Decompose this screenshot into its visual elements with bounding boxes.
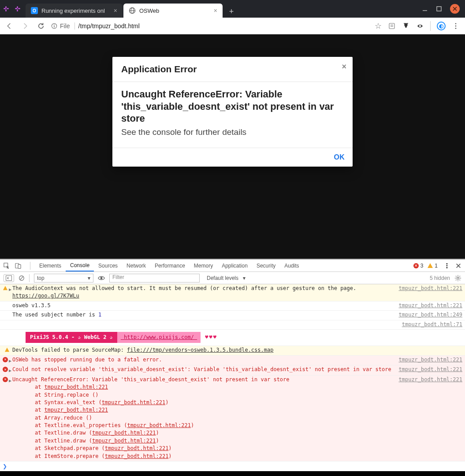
maximize-icon[interactable] (436, 6, 442, 12)
stack-link[interactable]: tmpuzr_bodt.html:221 (45, 384, 108, 390)
dialog-heading: Uncaught ReferenceError: Variable 'this_… (121, 88, 344, 125)
extension-icon[interactable] (416, 22, 424, 30)
svg-rect-12 (437, 7, 441, 11)
console-row: PixiJS 5.0.4 - ✰ WebGL 2 ✰ http://www.pi… (0, 330, 465, 346)
svg-line-43 (460, 276, 461, 277)
reader-icon[interactable] (388, 22, 396, 30)
console-prompt[interactable]: ❯ (0, 461, 465, 471)
stack-link[interactable]: tmpuzr_bodt.html:221 (127, 422, 191, 428)
onepassword-icon[interactable]: ◐ (437, 22, 446, 30)
link[interactable]: file:///tmp/vendors~osweb.1.3.5.bundle.c… (127, 347, 273, 353)
minimize-icon[interactable] (422, 6, 428, 12)
levels-value: Default levels (207, 275, 238, 281)
svg-rect-5 (18, 8, 20, 9)
warning-count: 1 (435, 263, 438, 269)
context-value: top (37, 275, 45, 281)
close-icon[interactable]: × (114, 7, 117, 14)
app-icon-slack-1[interactable] (3, 5, 10, 12)
console-row: DevTools failed to parse SourceMap: file… (0, 346, 465, 355)
panel-tab-console[interactable]: Console (66, 260, 94, 271)
close-icon[interactable]: × (214, 7, 217, 14)
clear-console-icon[interactable] (19, 275, 25, 281)
svg-point-29 (446, 265, 448, 266)
panel-tab-elements[interactable]: Elements (35, 260, 66, 271)
levels-select[interactable]: Default levels ▾ (204, 274, 248, 283)
pixi-link[interactable]: http://www.pixijs.com/ (117, 332, 201, 343)
ok-button[interactable]: OK (334, 153, 345, 161)
forward-icon[interactable] (21, 22, 29, 30)
panel-tab-network[interactable]: Network (122, 260, 150, 271)
devtools: ElementsConsoleSourcesNetworkPerformance… (0, 259, 465, 471)
svg-point-28 (446, 263, 448, 264)
source-link[interactable]: tmpuzr_bodt.html:221 (395, 376, 463, 460)
window-close-button[interactable] (450, 4, 460, 14)
source-link[interactable]: tmpuzr_bodt.html:221 (395, 302, 463, 309)
context-select[interactable]: top ▾ (34, 274, 93, 283)
expand-icon[interactable]: ▶ (9, 286, 11, 293)
new-tab-button[interactable]: + (225, 5, 238, 18)
error-dialog: Application Error × Uncaught ReferenceEr… (112, 57, 353, 167)
panel-tab-application[interactable]: Application (217, 260, 252, 271)
source-link[interactable]: tmpuzr_bodt.html:221 (395, 366, 463, 374)
gear-icon[interactable] (454, 275, 461, 282)
source-link[interactable]: tmpuzr_bodt.html:221 (395, 356, 463, 364)
panel-tab-security[interactable]: Security (252, 260, 280, 271)
inspect-icon[interactable] (4, 263, 10, 269)
svg-point-21 (419, 25, 421, 27)
expand-icon[interactable]: ▶ (9, 377, 11, 384)
chevron-down-icon: ▾ (243, 275, 246, 281)
tab-label: Running experiments onl (41, 7, 110, 14)
link[interactable]: https://goo.gl/7K7WLu (12, 293, 79, 299)
tab-running-experiments[interactable]: O Running experiments onl × (26, 4, 123, 18)
info-icon[interactable] (51, 23, 57, 29)
tab-strip: O Running experiments onl × OSWeb × + (24, 0, 417, 18)
svg-rect-15 (54, 26, 54, 27)
expand-icon[interactable]: ▶ (9, 367, 11, 374)
svg-point-24 (455, 27, 457, 29)
os-icon: O (31, 7, 38, 14)
gnome-foot-icon[interactable] (402, 22, 410, 30)
error-badge-icon[interactable]: ✕ (413, 263, 419, 268)
svg-rect-3 (5, 9, 7, 11)
source-link[interactable]: tmpuzr_bodt.html:249 (395, 311, 463, 319)
panel-tab-audits[interactable]: Audits (280, 260, 303, 271)
url-box[interactable]: File /tmp/tmpuzr_bodt.html (51, 22, 368, 30)
stack-link[interactable]: tmpuzr_bodt.html:221 (105, 453, 169, 459)
svg-line-41 (460, 279, 461, 280)
stack-link[interactable]: tmpuzr_bodt.html:221 (45, 407, 108, 413)
filter-input[interactable]: Filter (109, 274, 200, 283)
back-icon[interactable] (5, 22, 13, 30)
svg-rect-31 (6, 275, 12, 280)
warning-icon (5, 348, 9, 352)
dialog-close-button[interactable]: × (342, 62, 346, 71)
svg-point-23 (455, 25, 457, 26)
star-icon[interactable]: ☆ (375, 21, 382, 31)
svg-rect-6 (17, 6, 18, 8)
expand-icon[interactable]: ▶ (9, 357, 11, 364)
stack-link[interactable]: tmpuzr_bodt.html:221 (102, 399, 166, 405)
svg-rect-1 (7, 8, 9, 9)
devtools-close-icon[interactable] (455, 263, 461, 269)
app-icon-slack-2[interactable] (14, 5, 21, 12)
stack-link[interactable]: tmpuzr_bodt.html:221 (92, 438, 156, 444)
panel-tab-sources[interactable]: Sources (94, 260, 122, 271)
devtools-menu-icon[interactable] (444, 263, 450, 269)
console-row: ✕▶OSWeb has stopped running due to a fat… (0, 356, 465, 366)
device-toggle-icon[interactable] (15, 263, 21, 269)
panel-tab-performance[interactable]: Performance (150, 260, 190, 271)
kebab-menu-icon[interactable] (452, 22, 460, 30)
live-expression-icon[interactable] (98, 275, 105, 281)
heart-icon: ♥♥♥ (205, 334, 217, 340)
tab-osweb[interactable]: OSWeb × (123, 4, 223, 18)
warning-badge-icon[interactable] (428, 263, 433, 268)
reload-icon[interactable] (37, 22, 45, 30)
console-sidebar-toggle[interactable] (4, 274, 14, 282)
stack-link[interactable]: tmpuzr_bodt.html:221 (92, 430, 156, 436)
svg-point-22 (455, 23, 457, 24)
source-link[interactable]: tmpuzr_bodt.html:71 (398, 321, 462, 328)
panel-tab-memory[interactable]: Memory (190, 260, 217, 271)
page-content: Application Error × Uncaught ReferenceEr… (0, 34, 465, 259)
source-link[interactable]: tmpuzr_bodt.html:221 (395, 285, 463, 300)
stack-link[interactable]: tmpuzr_bodt.html:221 (105, 445, 169, 451)
titlebar: O Running experiments onl × OSWeb × + (0, 0, 465, 18)
